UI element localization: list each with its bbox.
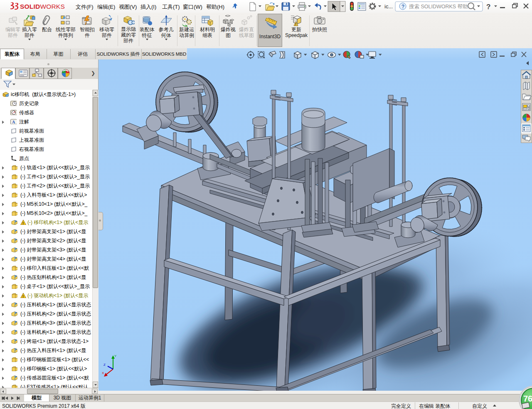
svg-text:X: X <box>102 371 104 375</box>
svg-text:?: ? <box>486 3 490 11</box>
svg-text:!: ! <box>22 294 24 298</box>
svg-text:A: A <box>12 120 15 124</box>
svg-text:ic...: ic... <box>384 3 393 10</box>
svg-text:Y: Y <box>114 354 117 358</box>
svg-text:?: ? <box>401 4 404 10</box>
svg-text:!: ! <box>295 22 296 26</box>
svg-text:搜索 SOLIDWORKS 帮助: 搜索 SOLIDWORKS 帮助 <box>409 4 468 10</box>
svg-text:Z: Z <box>103 363 106 367</box>
svg-text:!: ! <box>22 221 24 225</box>
